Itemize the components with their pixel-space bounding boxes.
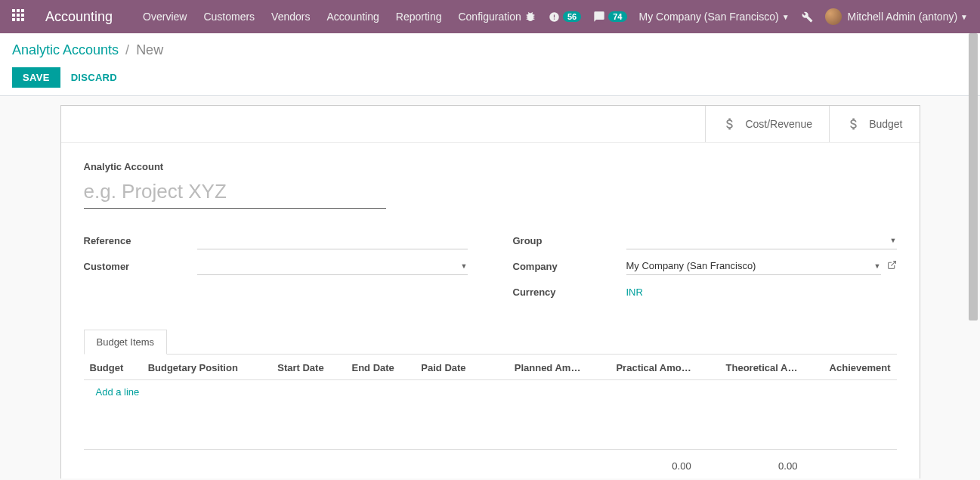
col-paid-date[interactable]: Paid Date xyxy=(415,355,487,380)
customer-field[interactable]: ▼ xyxy=(197,257,468,275)
tabs: Budget Items Budget Budgetary Position S… xyxy=(61,330,920,478)
company-field[interactable]: My Company (San Francisco) ▼ xyxy=(626,257,881,275)
navbar: Accounting Overview Customers Vendors Ac… xyxy=(0,0,980,33)
scrollbar-thumb[interactable] xyxy=(969,33,978,321)
form-body: Analytic Account Reference Customer ▼ xyxy=(61,143,920,308)
tab-budget-items[interactable]: Budget Items xyxy=(84,330,168,355)
company-selector[interactable]: My Company (San Francisco) ▼ xyxy=(639,11,790,23)
col-theoretical-amount[interactable]: Theoretical A… xyxy=(697,355,804,380)
company-label: Company xyxy=(513,261,626,272)
name-label: Analytic Account xyxy=(84,161,897,172)
scrollbar[interactable] xyxy=(968,33,978,478)
stat-label: Budget xyxy=(869,118,902,130)
form-col-right: Group ▼ Company My Company (San Francisc… xyxy=(513,231,897,308)
debug-icon[interactable] xyxy=(524,11,536,23)
customer-label: Customer xyxy=(84,261,197,272)
total-practical: 0.00 xyxy=(586,449,697,478)
budget-items-table: Budget Budgetary Position Start Date End… xyxy=(84,355,897,478)
currency-label: Currency xyxy=(513,286,626,298)
form-grid: Reference Customer ▼ Group xyxy=(84,231,897,308)
col-practical-amount[interactable]: Practical Amo… xyxy=(586,355,697,380)
user-menu[interactable]: Mitchell Admin (antony) ▼ xyxy=(825,8,968,25)
apps-icon[interactable] xyxy=(12,9,27,24)
nav-right: 56 74 My Company (San Francisco) ▼ Mitch… xyxy=(524,8,968,25)
discard-button[interactable]: DISCARD xyxy=(71,72,117,83)
nav-overview[interactable]: Overview xyxy=(143,11,187,23)
nav-accounting[interactable]: Accounting xyxy=(326,11,379,23)
col-achievement[interactable]: Achievement xyxy=(803,355,896,380)
breadcrumb: Analytic Accounts / New xyxy=(12,42,968,58)
totals-row: 0.00 0.00 xyxy=(84,449,897,478)
dollar-icon xyxy=(722,116,737,132)
form-col-left: Reference Customer ▼ xyxy=(84,231,468,308)
caret-down-icon: ▼ xyxy=(960,13,968,21)
reference-label: Reference xyxy=(84,235,197,246)
caret-down-icon: ▼ xyxy=(874,262,881,270)
reference-field[interactable] xyxy=(197,231,468,249)
tab-header: Budget Items xyxy=(84,330,897,355)
caret-down-icon: ▼ xyxy=(782,13,790,21)
col-planned-amount[interactable]: Planned Am… xyxy=(487,355,587,380)
nav-reporting[interactable]: Reporting xyxy=(396,11,442,23)
stat-cost-revenue[interactable]: Cost/Revenue xyxy=(705,106,829,142)
external-link-icon[interactable] xyxy=(887,260,897,272)
company-name: My Company (San Francisco) xyxy=(639,11,779,23)
user-name: Mitchell Admin (antony) xyxy=(848,11,958,23)
group-label: Group xyxy=(513,235,626,246)
col-start-date[interactable]: Start Date xyxy=(271,355,345,380)
dollar-icon xyxy=(846,116,861,132)
control-panel: Analytic Accounts / New SAVE DISCARD xyxy=(0,33,980,96)
breadcrumb-separator: / xyxy=(125,42,129,57)
stat-buttons: Cost/Revenue Budget xyxy=(61,106,920,143)
group-field[interactable]: ▼ xyxy=(626,231,897,249)
breadcrumb-current: New xyxy=(136,42,163,57)
avatar xyxy=(825,8,842,25)
activities-badge: 56 xyxy=(563,11,581,22)
activities-icon[interactable]: 56 xyxy=(549,11,581,23)
col-budget[interactable]: Budget xyxy=(84,355,142,380)
content-area: Cost/Revenue Budget Analytic Account Ref… xyxy=(0,96,980,478)
nav-vendors[interactable]: Vendors xyxy=(271,11,310,23)
settings-icon[interactable] xyxy=(802,11,813,23)
currency-field[interactable]: INR xyxy=(626,283,897,301)
nav-customers[interactable]: Customers xyxy=(203,11,255,23)
breadcrumb-parent[interactable]: Analytic Accounts xyxy=(12,42,119,57)
caret-down-icon: ▼ xyxy=(890,237,897,244)
save-button[interactable]: SAVE xyxy=(12,67,60,88)
nav-configuration[interactable]: Configuration xyxy=(458,11,521,23)
messages-icon[interactable]: 74 xyxy=(593,11,626,23)
control-buttons: SAVE DISCARD xyxy=(12,67,968,88)
name-input[interactable] xyxy=(84,177,386,209)
col-end-date[interactable]: End Date xyxy=(346,355,416,380)
messages-badge: 74 xyxy=(608,11,626,22)
caret-down-icon: ▼ xyxy=(461,262,468,270)
stat-budget[interactable]: Budget xyxy=(829,106,919,142)
form-sheet: Cost/Revenue Budget Analytic Account Ref… xyxy=(60,105,920,478)
total-theoretical: 0.00 xyxy=(697,449,804,478)
col-budgetary-position[interactable]: Budgetary Position xyxy=(142,355,272,380)
app-brand[interactable]: Accounting xyxy=(45,9,113,25)
nav-menu: Overview Customers Vendors Accounting Re… xyxy=(143,11,524,23)
add-line-link[interactable]: Add a line xyxy=(90,380,146,404)
stat-label: Cost/Revenue xyxy=(745,118,812,130)
